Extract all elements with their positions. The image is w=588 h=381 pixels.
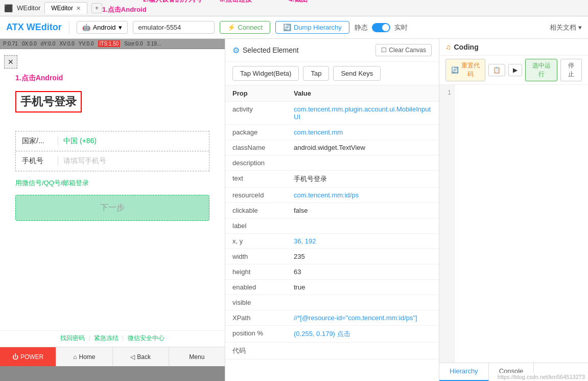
back-icon: ◁	[130, 353, 135, 361]
prop-cell: 代码	[225, 343, 287, 360]
table-row: clickablefalse	[225, 203, 439, 218]
divider-1	[69, 21, 69, 34]
prop-cell: package	[225, 125, 287, 140]
status-bar: P:0.71 0X:0.0 dY:0.0 XV:0.0 YV:0.0 ITS:1…	[0, 39, 225, 49]
phone-sep	[58, 156, 58, 166]
coding-panel: ♫ Coding 🔄 重置代码 📋 ▶ 选中运行 停止 1	[439, 39, 588, 381]
android-label: Android	[93, 24, 116, 31]
prop-cell: height	[225, 264, 287, 280]
coding-title: Coding	[454, 43, 479, 51]
power-label: POWER	[20, 353, 43, 361]
connect-button[interactable]: ⚡ Connect	[220, 21, 270, 34]
phone-field-row[interactable]: 手机号 请填写手机号	[16, 151, 209, 171]
connect-label: Connect	[238, 24, 263, 31]
prop-cell: activity	[225, 102, 287, 125]
coding-toolbar: 🔄 重置代码 📋 ▶ 选中运行 停止	[439, 56, 588, 85]
value-cell: 36, 192	[287, 234, 439, 249]
prop-cell: label	[225, 218, 287, 234]
table-row: text手机号登录	[225, 171, 439, 188]
selection-overlay[interactable]: ✕	[4, 55, 17, 69]
value-cell: false	[287, 203, 439, 218]
prop-cell: visible	[225, 295, 287, 310]
table-row: visible	[225, 295, 439, 310]
realtime-toggle[interactable]	[372, 23, 390, 32]
status-its: ITS:1.50	[98, 40, 121, 47]
logo-atx: ATX	[6, 22, 24, 32]
menu-button[interactable]: Menu	[169, 347, 225, 366]
back-button[interactable]: ◁ Back	[113, 347, 169, 366]
login-button[interactable]: 下一步	[15, 195, 209, 221]
dump-hierarchy-button[interactable]: 🔄 Dump Hierarchy	[275, 21, 349, 34]
arrow-right-icon: ▶	[513, 66, 518, 74]
freeze-link[interactable]: 紧急冻结	[94, 334, 119, 342]
status-ox: 0X:0.0	[22, 41, 37, 47]
country-field-row[interactable]: 国家/... 中国 (+86)	[16, 131, 209, 151]
table-row: description	[225, 155, 439, 171]
code-area[interactable]	[455, 85, 588, 363]
line-1: 1	[442, 89, 451, 96]
login-title: 手机号登录	[15, 91, 82, 113]
value-cell	[287, 218, 439, 234]
phone-nav-bar: ⏻ POWER ⌂ Home ◁ Back Menu	[0, 347, 225, 366]
table-row: label	[225, 218, 439, 234]
bottom-links: 找回密码 | 紧急冻结 | 微信安全中心	[0, 330, 225, 346]
tab-label: WEditor	[51, 5, 73, 12]
value-cell	[287, 343, 439, 360]
hierarchy-tab[interactable]: Hierarchy	[439, 363, 489, 381]
clear-canvas-label: Clear Canvas	[389, 47, 426, 54]
prop-cell: position %	[225, 326, 287, 343]
prop-cell: text	[225, 171, 287, 188]
home-label: Home	[79, 353, 95, 361]
code-editor: 1	[439, 85, 588, 363]
phone-label: 手机号	[22, 156, 53, 166]
prop-cell: resourceId	[225, 188, 287, 203]
power-button[interactable]: ⏻ POWER	[0, 347, 56, 366]
arrow-right-button[interactable]: ▶	[508, 64, 522, 76]
title-tab[interactable]: WEditor ✕	[44, 2, 87, 14]
fields-container: 国家/... 中国 (+86) 手机号 请填写手机号	[15, 131, 209, 171]
connect-icon: ⚡	[227, 24, 236, 31]
prop-cell: clickable	[225, 203, 287, 218]
close-icon[interactable]: ✕	[8, 58, 14, 66]
stop-button[interactable]: 停止	[560, 59, 582, 81]
find-password-link[interactable]: 找回密码	[60, 334, 85, 342]
field-sep	[58, 137, 58, 146]
value-cell: 手机号登录	[287, 171, 439, 188]
tab-close-icon[interactable]: ✕	[76, 5, 81, 12]
logo-weditor: WEditor	[27, 22, 62, 32]
tap-widget-button[interactable]: Tap Widget(Beta)	[232, 66, 299, 81]
copy-code-button[interactable]: 📋	[488, 64, 505, 76]
props-header: ⚙ Selected Element ☐ Clear Canvas	[225, 39, 439, 62]
send-keys-button[interactable]: Send Keys	[333, 66, 381, 81]
new-tab-button[interactable]: +	[91, 3, 102, 13]
android-button[interactable]: 🤖 Android ▾	[77, 21, 128, 34]
value-cell: com.tencent.mm:id/ps	[287, 188, 439, 203]
chevron-down-icon: ▾	[119, 24, 122, 31]
table-row: activitycom.tencent.mm.plugin.account.ui…	[225, 102, 439, 125]
rewrite-label: 重置代码	[461, 61, 480, 79]
alt-login-link[interactable]: 用微信号/QQ号/邮箱登录	[15, 178, 209, 188]
status-p: P:0.71	[3, 41, 18, 47]
home-button[interactable]: ⌂ Home	[56, 347, 112, 366]
tap-button[interactable]: Tap	[303, 66, 329, 81]
docs-link[interactable]: 相关文档 ▾	[550, 23, 582, 32]
props-panel: ⚙ Selected Element ☐ Clear Canvas Tap Wi…	[225, 39, 439, 381]
wechat-security-link[interactable]: 微信安全中心	[128, 334, 164, 342]
app-logo: ATX WEditor	[6, 22, 62, 33]
value-cell	[287, 155, 439, 171]
properties-table: Prop Value activitycom.tencent.mm.plugin…	[225, 85, 439, 381]
table-row: width235	[225, 249, 439, 264]
selected-element-label: ⚙ Selected Element	[232, 46, 299, 55]
table-row: height63	[225, 264, 439, 280]
country-value: 中国 (+86)	[63, 137, 97, 146]
prop-col-header: Prop	[225, 85, 287, 102]
run-selected-button[interactable]: 选中运行	[525, 59, 557, 81]
clear-canvas-button[interactable]: ☐ Clear Canvas	[375, 44, 432, 56]
menu-label: Menu	[189, 353, 204, 361]
rewrite-code-button[interactable]: 🔄 重置代码	[445, 59, 485, 81]
realtime-label: 实时	[394, 23, 408, 32]
line-numbers: 1	[439, 85, 455, 363]
status-xv: XV:0.0	[59, 41, 75, 47]
device-input[interactable]	[133, 21, 215, 34]
status-size: Size:0.0	[124, 41, 143, 47]
